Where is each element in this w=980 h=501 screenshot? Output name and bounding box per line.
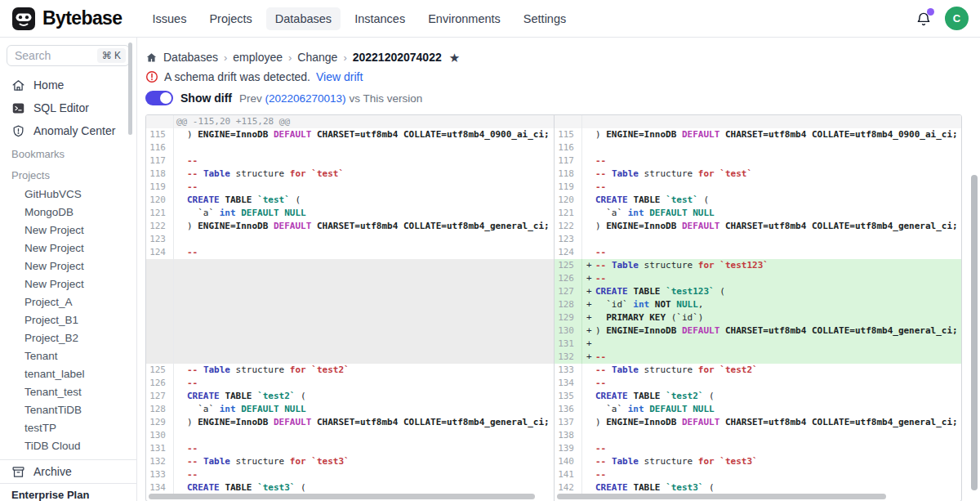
diff-marker: +: [582, 272, 595, 285]
nav-item-environments[interactable]: Environments: [419, 7, 510, 30]
prev-version-link[interactable]: (202206270013): [265, 92, 346, 105]
sidebar-item-anomaly-center[interactable]: Anomaly Center: [0, 119, 136, 142]
code-text: [187, 338, 554, 351]
sidebar-project-item[interactable]: GitHubVCS: [0, 185, 136, 203]
diff-marker: [174, 311, 187, 324]
diff-added-line: 131+: [555, 338, 961, 351]
breadcrumb-item[interactable]: Databases: [163, 51, 218, 64]
sidebar-project-item[interactable]: Project_A: [0, 293, 136, 311]
breadcrumb-item[interactable]: employee: [233, 51, 283, 64]
sidebar-project-item[interactable]: New Project: [0, 275, 136, 293]
sidebar-project-item[interactable]: Tenant: [0, 347, 136, 365]
line-number: 132: [555, 351, 582, 364]
sidebar-project-item[interactable]: testTP: [0, 418, 136, 436]
line-number: 118: [146, 168, 174, 181]
nav-item-instances[interactable]: Instances: [345, 7, 414, 30]
diff-added-line: 130+) ENGINE=InnoDB DEFAULT CHARSET=utf8…: [555, 324, 961, 338]
line-number: 130: [555, 324, 582, 338]
line-number: 121: [555, 207, 582, 220]
sidebar-project-item[interactable]: Tenant_test: [0, 382, 136, 400]
right-hscroll-thumb[interactable]: [557, 494, 886, 499]
line-number: 136: [555, 403, 582, 416]
diff-marker: [582, 416, 595, 429]
sidebar-section-projects: Projects: [0, 165, 136, 185]
breadcrumb-home-icon[interactable]: [145, 51, 158, 64]
diff-marker: [174, 272, 187, 285]
page-scrollbar-thumb[interactable]: [971, 175, 978, 490]
code-text: --: [595, 377, 961, 390]
diff-line: 132-- Table structure for `test3`: [146, 455, 554, 468]
sidebar-project-item[interactable]: New Project: [0, 257, 136, 275]
breadcrumb-item[interactable]: Change: [297, 51, 337, 64]
left-horizontal-scrollbar: [149, 494, 551, 500]
sidebar: Search ⌘ K Home SQL Editor: [0, 38, 137, 501]
sidebar-item-label: Anomaly Center: [33, 124, 115, 137]
diff-line: 121 `a` int DEFAULT NULL: [555, 207, 961, 220]
notifications-bell-button[interactable]: [915, 10, 932, 28]
diff-line: 134CREATE TABLE `test3` (: [146, 481, 554, 494]
sidebar-project-item[interactable]: Project_B1: [0, 311, 136, 329]
sidebar-project-list: GitHubVCSMongoDBNew ProjectNew ProjectNe…: [0, 185, 136, 454]
code-text: --: [187, 154, 554, 168]
breadcrumb-item[interactable]: 20221202074022: [353, 51, 442, 64]
nav-item-projects[interactable]: Projects: [200, 7, 261, 30]
diff-filler-row: [146, 259, 554, 272]
line-number: [146, 351, 174, 364]
sidebar-item-home[interactable]: Home: [0, 74, 136, 96]
search-input[interactable]: Search ⌘ K: [7, 45, 130, 66]
diff-marker: [582, 481, 595, 494]
diff-marker: +: [582, 311, 595, 324]
sidebar-item-sql-editor[interactable]: SQL Editor: [0, 96, 136, 119]
line-number: 140: [555, 455, 582, 468]
code-text: --: [187, 468, 554, 481]
diff-marker: [174, 377, 187, 390]
breadcrumb-separator: ›: [343, 51, 346, 64]
sidebar-project-item[interactable]: tenant_label: [0, 365, 136, 382]
line-number: [146, 298, 174, 311]
sidebar-project-item[interactable]: TenantTiDB: [0, 400, 136, 418]
sidebar-project-item[interactable]: MongoDB: [0, 203, 136, 221]
diff-hunk-header: [555, 115, 961, 128]
left-hscroll-thumb[interactable]: [149, 494, 535, 499]
sidebar-item-label: Archive: [33, 465, 72, 478]
sidebar-project-item[interactable]: New Project: [0, 221, 136, 239]
line-number: 133: [146, 468, 174, 481]
line-number: 125: [555, 259, 582, 272]
line-number: 133: [555, 364, 582, 377]
bytebase-logo-icon: [11, 7, 36, 31]
diff-line: 116: [555, 141, 961, 154]
line-number: 142: [555, 481, 582, 494]
shield-icon: [11, 124, 25, 138]
search-placeholder: Search: [15, 49, 51, 62]
sidebar-item-archive[interactable]: Archive: [0, 460, 136, 483]
code-text: -- Table structure for `test2`: [187, 364, 554, 377]
sidebar-project-item[interactable]: Project_B2: [0, 329, 136, 347]
show-diff-toggle[interactable]: [145, 91, 173, 105]
code-text: [187, 351, 554, 364]
view-drift-link[interactable]: View drift: [316, 70, 363, 83]
line-number: 117: [146, 154, 174, 168]
bytebase-brand[interactable]: Bytebase: [11, 7, 122, 31]
breadcrumb: Databases›employee›Change›20221202074022…: [145, 49, 980, 65]
diff-filler-row: [146, 285, 554, 298]
bookmark-star-icon[interactable]: ★: [449, 51, 460, 64]
sidebar-project-item[interactable]: New Project: [0, 239, 136, 257]
code-text: [187, 298, 554, 311]
diff-line: 130: [146, 429, 554, 442]
enterprise-plan-label[interactable]: Enterprise Plan: [0, 483, 136, 501]
line-number: 129: [555, 311, 582, 324]
diff-marker: [582, 455, 595, 468]
code-text: [582, 115, 961, 128]
nav-item-settings[interactable]: Settings: [514, 7, 575, 30]
diff-marker: [174, 403, 187, 416]
nav-item-issues[interactable]: Issues: [143, 7, 195, 30]
sidebar-project-item[interactable]: TiDB Cloud: [0, 436, 136, 454]
code-text: [187, 272, 554, 285]
sidebar-scrollbar-thumb[interactable]: [128, 42, 132, 135]
line-number: 121: [146, 207, 174, 220]
nav-item-databases[interactable]: Databases: [266, 7, 341, 30]
code-text: --: [595, 351, 961, 364]
line-number: 126: [146, 377, 174, 390]
code-text: `a` int DEFAULT NULL: [187, 207, 554, 220]
avatar[interactable]: C: [945, 7, 969, 30]
